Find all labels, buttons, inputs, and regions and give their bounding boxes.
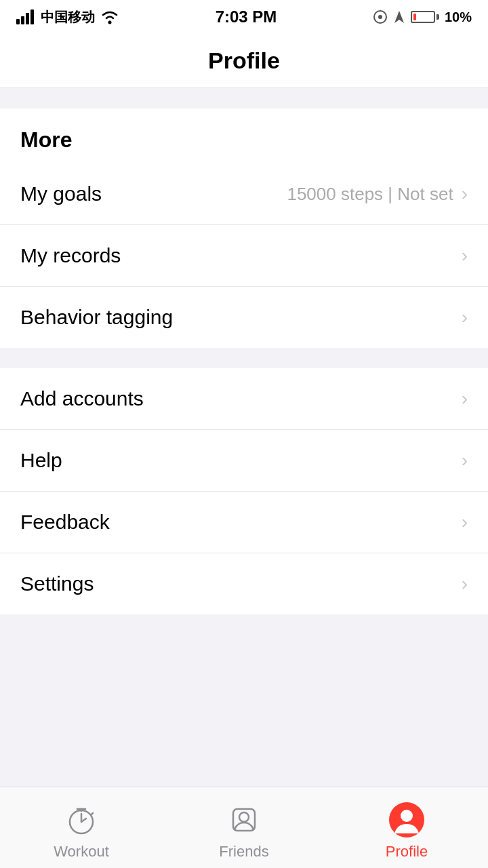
section-gap-bottom xyxy=(0,614,488,635)
svg-point-16 xyxy=(401,810,413,822)
my-goals-item[interactable]: My goals 15000 steps | Not set › xyxy=(0,163,488,225)
svg-rect-1 xyxy=(21,16,24,24)
feedback-item[interactable]: Feedback › xyxy=(0,492,488,553)
my-records-item[interactable]: My records › xyxy=(0,225,488,287)
chevron-icon: › xyxy=(462,511,468,533)
location-icon xyxy=(393,9,405,24)
status-time: 7:03 PM xyxy=(216,7,277,26)
status-left: 中国移动 xyxy=(16,8,119,26)
page-header: Profile xyxy=(0,34,488,88)
behavior-tagging-item[interactable]: Behavior tagging › xyxy=(0,287,488,348)
more-section-header: More xyxy=(0,108,488,163)
tab-profile[interactable]: Profile xyxy=(325,795,488,861)
lock-icon xyxy=(373,9,388,24)
accounts-section: Add accounts › Help › Feedback › Setting… xyxy=(0,368,488,614)
tab-friends[interactable]: Friends xyxy=(163,795,325,861)
my-records-label: My records xyxy=(20,244,121,267)
my-goals-value: 15000 steps | Not set xyxy=(287,184,453,205)
svg-rect-0 xyxy=(16,19,20,24)
more-section: More My goals 15000 steps | Not set › My… xyxy=(0,108,488,348)
bottom-spacer xyxy=(0,635,488,723)
svg-rect-2 xyxy=(26,13,29,24)
friends-icon xyxy=(228,804,260,836)
help-label: Help xyxy=(20,449,62,472)
carrier-text: 中国移动 xyxy=(41,8,95,26)
svg-point-6 xyxy=(378,15,382,19)
profile-tab-icon xyxy=(389,802,424,837)
chevron-icon: › xyxy=(462,307,468,328)
tab-bar: Workout Friends Profile xyxy=(0,787,488,868)
workout-tab-label: Workout xyxy=(54,843,109,861)
stopwatch-icon xyxy=(65,804,98,836)
chevron-icon: › xyxy=(462,183,468,205)
chevron-icon: › xyxy=(462,450,468,471)
feedback-label: Feedback xyxy=(20,511,110,534)
my-goals-label: My goals xyxy=(20,182,102,205)
help-item[interactable]: Help › xyxy=(0,430,488,492)
wifi-icon xyxy=(100,9,119,24)
svg-line-12 xyxy=(92,813,93,814)
help-right: › xyxy=(462,450,468,471)
my-goals-right: 15000 steps | Not set › xyxy=(287,183,468,205)
status-bar: 中国移动 7:03 PM 10% xyxy=(0,0,488,34)
svg-rect-3 xyxy=(30,9,34,24)
settings-right: › xyxy=(462,573,468,595)
settings-label: Settings xyxy=(20,572,94,595)
behavior-tagging-right: › xyxy=(462,307,468,328)
profile-icon xyxy=(389,802,424,837)
svg-point-4 xyxy=(108,21,112,24)
chevron-icon: › xyxy=(462,388,468,410)
svg-point-14 xyxy=(239,812,249,822)
profile-tab-label: Profile xyxy=(386,843,428,861)
section-gap-top xyxy=(0,88,488,108)
feedback-right: › xyxy=(462,511,468,533)
tab-workout[interactable]: Workout xyxy=(0,795,163,861)
workout-tab-icon xyxy=(64,802,99,837)
status-right: 10% xyxy=(373,9,472,25)
chevron-icon: › xyxy=(462,245,468,267)
settings-item[interactable]: Settings › xyxy=(0,553,488,614)
battery-icon xyxy=(411,11,439,23)
my-records-right: › xyxy=(462,245,468,267)
chevron-icon: › xyxy=(462,573,468,595)
friends-tab-icon xyxy=(226,802,262,837)
behavior-tagging-label: Behavior tagging xyxy=(20,306,173,329)
add-accounts-item[interactable]: Add accounts › xyxy=(0,368,488,430)
friends-tab-label: Friends xyxy=(219,843,268,861)
section-gap-middle xyxy=(0,348,488,368)
add-accounts-right: › xyxy=(462,388,468,410)
add-accounts-label: Add accounts xyxy=(20,387,144,410)
battery-text: 10% xyxy=(445,9,472,25)
signal-icon xyxy=(16,9,35,24)
page-title: Profile xyxy=(208,47,280,74)
